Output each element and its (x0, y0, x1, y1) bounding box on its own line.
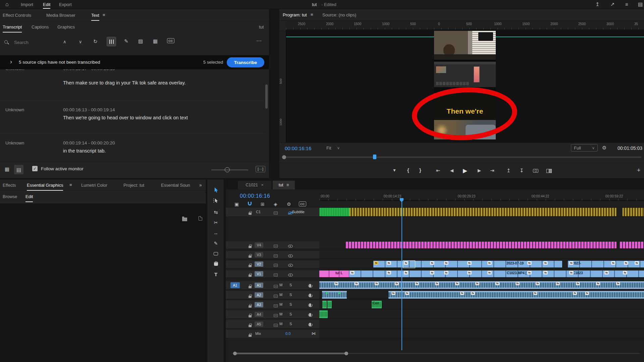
program-timecode[interactable]: 00:00:16:16 (285, 145, 311, 151)
track-lane-a2[interactable]: fx fx fx fx fx fx fx (319, 291, 644, 299)
home-icon[interactable]: ⌂ (5, 2, 9, 7)
caption-blocks-button[interactable]: ▤ (14, 165, 23, 174)
keyframe-marker[interactable] (325, 292, 328, 294)
tab-effect-controls[interactable]: Effect Controls (3, 13, 31, 18)
transcript-entry[interactable]: Unknown 00:00:13:17 - 00:00:16:13 Then m… (0, 69, 264, 100)
program-playhead-marker[interactable] (373, 155, 376, 159)
v1-clip-group[interactable]: C1023.MP4 [ C1023 (349, 270, 644, 277)
monitor-ruler-horizontal[interactable]: 2500 2000 1500 1000 500 0 500 1000 1500 … (286, 21, 644, 30)
lock-icon[interactable] (249, 286, 252, 288)
subtab-graphics[interactable]: Graphics (57, 24, 75, 29)
a3-audio-clip[interactable] (327, 301, 332, 308)
mute-button[interactable]: M (279, 293, 282, 297)
tab-lumetri-color[interactable]: Lumetri Color (81, 183, 107, 188)
lock-icon[interactable] (249, 335, 252, 337)
a1-audio-clip[interactable] (319, 281, 644, 289)
monitor-ruler-vertical[interactable]: 500 1000 (279, 30, 286, 142)
playhead-line[interactable] (401, 201, 402, 350)
mic-icon[interactable] (309, 323, 311, 326)
lock-icon[interactable] (249, 305, 252, 308)
mic-icon[interactable] (309, 303, 311, 307)
lock-icon[interactable] (249, 275, 252, 277)
caption-style-button[interactable]: [⋯] (256, 166, 265, 172)
mark-in-button[interactable]: { (407, 167, 409, 173)
sync-lock-icon[interactable] (274, 324, 278, 327)
tab-project[interactable]: Project: tut (123, 183, 144, 188)
lock-icon[interactable] (249, 265, 252, 267)
rectangle-tool[interactable] (211, 250, 220, 258)
follow-monitor-checkbox[interactable]: ✓ (32, 166, 38, 171)
wrench-icon[interactable]: ⚙ (602, 145, 606, 150)
keyframe-marker[interactable] (338, 292, 341, 294)
refresh-transcript-icon[interactable]: ↻ (93, 39, 98, 44)
tab-text[interactable]: Text (91, 13, 99, 21)
type-tool[interactable]: T (211, 270, 220, 279)
timeline-settings-icon[interactable]: ⚙ (287, 201, 291, 207)
prev-match-icon[interactable]: ∧ (63, 40, 66, 44)
transcript-list[interactable]: Unknown 00:00:13:17 - 00:00:16:13 Then m… (0, 69, 269, 161)
share-icon[interactable]: ↗ (610, 2, 615, 7)
comparison-view-button[interactable] (546, 169, 552, 174)
lock-icon[interactable] (249, 255, 252, 258)
track-lane-v4[interactable] (319, 241, 644, 249)
subtab-browse[interactable]: Browse (3, 194, 17, 199)
fit-track-icon[interactable]: ⋈ (312, 331, 316, 336)
next-match-icon[interactable]: ∨ (79, 40, 82, 44)
lock-icon[interactable] (249, 325, 252, 327)
solo-button[interactable]: S (289, 302, 292, 306)
new-layer-icon[interactable] (199, 216, 202, 221)
tab-essential-graphics[interactable]: Essential Graphics (27, 183, 63, 191)
caption-clip-green[interactable] (319, 208, 350, 216)
play-button[interactable]: ▶ (463, 167, 467, 174)
mark-out-button[interactable]: } (419, 167, 421, 173)
merge-captions-icon[interactable]: ▦ (153, 39, 158, 44)
track-chip-v2[interactable]: V2 (255, 261, 263, 267)
a4-audio-clip[interactable] (319, 310, 328, 318)
search-input[interactable] (14, 38, 58, 47)
resolution-dropdown[interactable]: Full ∨ (571, 144, 598, 152)
v4-clips[interactable] (346, 242, 616, 248)
lock-icon[interactable] (249, 296, 252, 298)
track-chip-v1[interactable]: V1 (255, 271, 263, 277)
captions-menu-icon[interactable]: CC (299, 201, 306, 206)
timeline-timecode[interactable]: 00:00:16:16 (240, 193, 270, 199)
program-scrubber[interactable] (279, 153, 644, 162)
sequence-tab-tut[interactable]: tut ≡ (273, 181, 295, 189)
track-lane-v1[interactable]: tut L C1023.MP4 [ C1023 fx fx fx fx fx f… (319, 270, 644, 278)
text-size-slider[interactable] (211, 170, 248, 170)
strikethrough-icon[interactable]: ▨ (138, 39, 143, 44)
track-lane-v2[interactable]: 2023-07-19 2023- fx fx fx fx fx fx fx fx… (319, 260, 644, 268)
a3-audio-clip[interactable]: Con (372, 301, 382, 308)
sync-lock-icon[interactable] (274, 285, 278, 288)
sync-lock-icon[interactable] (274, 212, 278, 215)
eye-icon[interactable] (288, 245, 293, 248)
transcript-entry[interactable]: Unknown 00:00:16:13 - 00:00:19:14 Then w… (0, 106, 264, 133)
snap-toggle[interactable] (248, 201, 252, 206)
linked-selection-icon[interactable]: ⊞ (261, 201, 265, 207)
v2-clip-group[interactable]: 2023- (568, 261, 644, 267)
subtab-captions[interactable]: Captions (32, 24, 49, 29)
solo-button[interactable]: S (289, 283, 292, 287)
tab-media-browser[interactable]: Media Browser (46, 13, 75, 18)
track-chip-a1[interactable]: A1 (255, 283, 263, 288)
selected-clip-outline[interactable] (403, 260, 415, 268)
track-lane-a4[interactable] (319, 310, 644, 319)
menu-export[interactable]: Export (59, 2, 72, 7)
track-chip-v3[interactable]: V3 (255, 252, 263, 257)
scrubber-handle[interactable] (282, 155, 286, 159)
mute-button[interactable]: M (279, 302, 282, 306)
panel-menu-icon[interactable]: ≡ (311, 12, 313, 17)
panel-menu-icon[interactable]: ≡ (103, 13, 105, 17)
lift-button[interactable]: ↥ (506, 168, 511, 174)
v1-pink-clip[interactable]: tut L (319, 270, 349, 277)
nested-sequence-icon[interactable]: ▣ (234, 201, 239, 207)
subtab-edit[interactable]: Edit (25, 194, 33, 202)
menu-edit[interactable]: Edit (43, 2, 50, 9)
goto-in-button[interactable]: ⇤ (436, 168, 440, 174)
eye-icon[interactable] (288, 274, 293, 277)
source-tab[interactable]: Source: (no clips) (322, 12, 356, 17)
selection-tool[interactable] (211, 187, 220, 195)
caption-track-lane[interactable] (319, 207, 644, 217)
filter-settings-button[interactable] (107, 37, 116, 46)
mix-gain-value[interactable]: 0.0 (285, 331, 290, 336)
